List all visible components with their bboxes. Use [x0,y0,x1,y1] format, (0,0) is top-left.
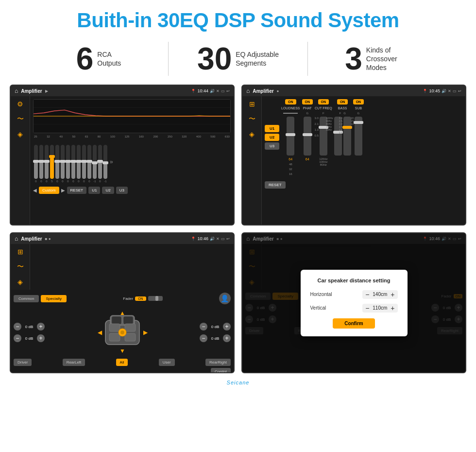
distance-dialog: Car speaker distance setting Horizontal … [301,270,408,336]
amp-sub-slider[interactable]: 2015105 [355,117,362,156]
speaker-close-icon[interactable]: ✕ [216,237,220,241]
speaker-br-plus[interactable]: + [223,334,231,342]
amp-sidebar-wave-icon[interactable]: 〜 [249,115,255,123]
speaker-status-icons: 📍 10:46 🔊 ✕ ▭ ↩ [191,236,230,241]
speaker-sidebar-pos-icon[interactable]: ◈ [17,278,23,286]
eq-slider-6: 0 [61,145,65,183]
speaker-driver-btn[interactable]: Driver [14,359,32,366]
confirm-button[interactable]: Confirm [333,318,374,329]
eq-wave-icon[interactable]: 〜 [17,115,24,123]
speaker-back-icon[interactable]: ↩ [226,237,230,241]
amp-bass-on: ON [337,99,348,104]
speaker-rearleft-btn[interactable]: RearLeft [63,359,85,366]
speaker-all-btn[interactable]: All [116,359,128,366]
speaker-bl-value: 0 dB [23,336,35,341]
amp-content: ⊞ 〜 ◈ U1 U2 U3 ON [242,96,465,225]
eq-u1-btn[interactable]: U1 [88,187,100,194]
speaker-window-icon[interactable]: ▭ [221,237,225,241]
speaker-tab-row: Common Specialty Fader ON 👤 [14,293,231,304]
amp-u2-btn[interactable]: U2 [265,134,279,141]
eq-scroll-right[interactable]: » [110,158,113,165]
amp-home-icon[interactable]: ⌂ [246,87,250,94]
speaker-user-btn[interactable]: User [159,359,175,366]
eq-back-icon[interactable]: ↩ [226,89,230,93]
eq-slider-7: 0 [66,145,70,183]
eq-freq-400: 400 [196,135,201,138]
eq-freq-630: 630 [225,135,230,138]
svg-text:▼: ▼ [119,348,125,354]
fader-toggle[interactable]: ON [135,296,146,301]
speaker-status-title: Amplifier [21,236,42,242]
speaker-tr-db: − 0 dB + [200,323,231,330]
amp-u1-btn[interactable]: U1 [265,125,279,132]
eq-reset-btn[interactable]: RESET [67,187,87,194]
dialog-horizontal-plus[interactable]: + [391,291,394,298]
eq-close-icon[interactable]: ✕ [216,89,220,93]
amp-bass-label: BASS [338,106,347,110]
dialog-horizontal-row: Horizontal − 140cm + [310,290,398,299]
eq-speaker2-icon[interactable]: ◈ [17,130,23,138]
speaker-sidebar-wave-icon[interactable]: 〜 [17,262,24,271]
speaker-tl-minus[interactable]: − [14,323,21,330]
dialog-vertical-label: Vertical [310,305,340,311]
eq-status-title: Amplifier [21,88,42,94]
speaker-br-minus[interactable]: − [200,334,207,342]
eq-prev-icon[interactable]: ◀ [33,188,37,193]
eq-u2-btn[interactable]: U2 [102,187,114,194]
amp-cutfreq-on: ON [318,99,329,104]
eq-custom-btn[interactable]: Custom [39,187,59,194]
speaker-tr-plus[interactable]: + [223,323,231,330]
dialog-title: Car speaker distance setting [310,278,398,283]
eq-next-icon[interactable]: ▶ [61,188,65,193]
amp-main: U1 U2 U3 ON LOUDNESS [262,96,465,225]
amp-loudness-label: LOUDNESS [281,106,300,110]
eq-window-icon[interactable]: ▭ [221,89,225,93]
dialog-vertical-minus[interactable]: − [365,305,369,312]
amp-sidebar-eq-icon[interactable]: ⊞ [249,100,255,108]
amp-back-icon[interactable]: ↩ [458,89,461,93]
eq-slider-12: -1 [93,145,97,183]
speaker-tr-value: 0 dB [209,325,221,329]
eq-freq-25: 25 [34,135,37,138]
speaker-vol-icon: 🔊 [210,237,215,241]
amp-window-icon[interactable]: ▭ [453,89,457,93]
eq-screen: ⌂ Amplifier ▶ 📍 10:44 🔊 ✕ ▭ ↩ ⚙ 〜 ◈ [10,85,235,226]
car-diagram-svg: ▲ ▼ ◀ ▶ [96,308,149,357]
speaker-tl-plus[interactable]: + [37,323,45,330]
speaker-rearright-btn[interactable]: RearRight [205,359,231,366]
eq-home-icon[interactable]: ⌂ [15,87,18,94]
dialog-vertical-plus[interactable]: + [391,305,394,312]
speaker-user-icon[interactable]: 👤 [219,293,231,304]
eq-settings-icon[interactable]: ⚙ [17,100,23,108]
speaker-bl-plus[interactable]: + [37,334,45,342]
dialog-horizontal-minus[interactable]: − [365,291,369,298]
amp-sidebar-speaker-icon[interactable]: ◈ [249,130,255,138]
amp-loudness-slider[interactable] [287,117,294,156]
eq-freq-63: 63 [85,135,88,138]
eq-freq-250: 250 [168,135,172,138]
speaker-bl-minus[interactable]: − [14,334,21,342]
eq-controls: ◀ Custom ▶ RESET U1 U2 U3 [33,187,231,194]
amp-bass-slider-g[interactable]: 3.02.52.01.51.00.5 [343,117,351,156]
page-title: Buith-in 30EQ DSP Sound System [0,9,476,32]
speaker-sidebar-eq-icon[interactable]: ⊞ [17,248,23,256]
amp-close-icon[interactable]: ✕ [448,89,451,93]
amp-sub-label: SUB [355,106,362,110]
speaker-specialty-tab[interactable]: Specialty [41,295,66,302]
amp-phat-slider[interactable] [304,117,311,156]
speaker-main: Common Specialty Fader ON 👤 [11,290,234,373]
amp-reset-btn[interactable]: RESET [265,181,286,189]
speaker-copilot-btn[interactable]: Copilot [211,368,231,373]
svg-point-13 [120,330,124,334]
eq-u3-btn[interactable]: U3 [116,187,128,194]
svg-rect-7 [123,316,133,324]
amp-cutfreq-label: CUT FREQ [315,106,332,110]
amp-u3-btn[interactable]: U3 [265,142,279,150]
speaker-common-tab[interactable]: Common [14,295,39,302]
speaker-tr-minus[interactable]: − [200,323,207,330]
speaker-home-icon[interactable]: ⌂ [15,235,18,242]
fader-slider[interactable] [148,296,163,301]
page-header: Buith-in 30EQ DSP Sound System [0,0,476,37]
amp-status-bar: ⌂ Amplifier ● 📍 10:45 🔊 ✕ ▭ ↩ [242,86,465,96]
dialog-horizontal-control: − 140cm + [362,290,397,299]
